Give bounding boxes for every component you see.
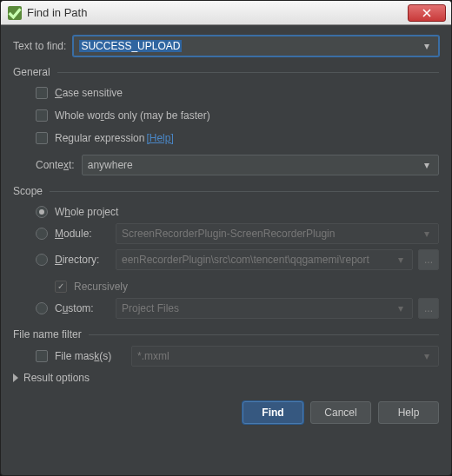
- context-label: Context:: [36, 159, 75, 171]
- whole-project-label: Whole project: [55, 206, 118, 218]
- recursively-label: Recursively: [74, 281, 128, 293]
- directory-input: eenRecorderPlugin\src\com\tencent\qqgame…: [116, 249, 413, 270]
- find-button[interactable]: Find: [243, 401, 303, 424]
- result-options-label: Result options: [23, 372, 90, 384]
- ellipsis-icon: ...: [424, 254, 433, 266]
- module-select: ScreenRecorderPlugin-ScreenRecorderPlugi…: [116, 223, 439, 244]
- module-value: ScreenRecorderPlugin-ScreenRecorderPlugi…: [122, 228, 335, 240]
- checkbox-icon: [55, 281, 67, 293]
- custom-scope-select: Project Files ▾: [116, 298, 413, 319]
- recursively-checkbox: Recursively: [36, 275, 439, 298]
- chevron-down-icon: ▾: [419, 36, 435, 56]
- case-sensitive-label: Case sensitive: [55, 87, 123, 99]
- custom-value: Project Files: [122, 302, 179, 314]
- button-bar: Find Cancel Help: [13, 384, 439, 424]
- text-to-find-row: Text to find: SUCCESS_UPLOAD ▾: [13, 36, 439, 56]
- cancel-button[interactable]: Cancel: [310, 401, 371, 424]
- help-button[interactable]: Help: [378, 401, 439, 424]
- directory-value: eenRecorderPlugin\src\com\tencent\qqgame…: [122, 254, 369, 266]
- chevron-down-icon: ▾: [419, 347, 435, 366]
- directory-label: Directory:: [55, 254, 116, 266]
- scope-legend: Scope: [13, 185, 50, 197]
- general-legend: General: [13, 66, 57, 78]
- chevron-down-icon: ▾: [419, 224, 435, 243]
- context-select[interactable]: anywhere ▾: [82, 155, 439, 175]
- text-to-find-value: SUCCESS_UPLOAD: [79, 40, 182, 52]
- general-group: General Case sensitive Whole words only …: [13, 72, 439, 175]
- file-mask-value: *.mxml: [137, 350, 170, 362]
- radio-icon: [36, 206, 48, 218]
- checkbox-icon: [36, 132, 48, 144]
- context-value: anywhere: [88, 159, 133, 171]
- file-mask-checkbox[interactable]: [36, 350, 48, 362]
- checkbox-icon: [36, 87, 48, 99]
- case-sensitive-checkbox[interactable]: Case sensitive: [36, 82, 439, 104]
- titlebar: Find in Path: [1, 1, 451, 25]
- module-label: Module:: [55, 228, 116, 240]
- module-radio[interactable]: [36, 228, 48, 240]
- custom-radio[interactable]: [36, 302, 48, 314]
- file-mask-input: *.mxml ▾: [131, 346, 439, 367]
- text-to-find-input[interactable]: SUCCESS_UPLOAD ▾: [73, 36, 439, 56]
- directory-radio[interactable]: [36, 254, 48, 266]
- find-in-path-dialog: Find in Path Text to find: SUCCESS_UPLOA…: [0, 0, 452, 476]
- custom-browse-button: ...: [418, 298, 439, 319]
- regex-help-link[interactable]: [Help]: [146, 132, 173, 144]
- file-filter-legend: File name filter: [13, 328, 89, 340]
- checkbox-icon: [36, 109, 48, 122]
- scope-group: Scope Whole project Module: ScreenRecord…: [13, 191, 439, 319]
- window-title: Find in Path: [27, 6, 408, 19]
- whole-project-radio[interactable]: Whole project: [36, 201, 439, 223]
- app-icon: [8, 6, 22, 20]
- chevron-down-icon: ▾: [393, 299, 409, 318]
- chevron-down-icon: ▾: [419, 155, 435, 175]
- close-icon: [422, 9, 431, 17]
- dialog-content: Text to find: SUCCESS_UPLOAD ▾ General C…: [1, 25, 451, 436]
- file-filter-group: File name filter File mask(s) *.mxml ▾: [13, 334, 439, 367]
- result-options-toggle[interactable]: Result options: [13, 372, 439, 384]
- regex-label: Regular expression: [55, 132, 144, 144]
- triangle-right-icon: [13, 374, 18, 382]
- whole-words-checkbox[interactable]: Whole words only (may be faster): [36, 104, 439, 127]
- custom-label: Custom:: [55, 302, 116, 314]
- file-mask-label: File mask(s): [55, 350, 124, 362]
- whole-words-label: Whole words only (may be faster): [55, 109, 210, 122]
- regex-checkbox[interactable]: Regular expression [Help]: [36, 127, 439, 149]
- chevron-down-icon: ▾: [393, 250, 409, 269]
- text-to-find-label: Text to find:: [13, 40, 66, 52]
- ellipsis-icon: ...: [424, 302, 433, 314]
- close-button[interactable]: [408, 4, 446, 22]
- directory-browse-button: ...: [418, 249, 439, 270]
